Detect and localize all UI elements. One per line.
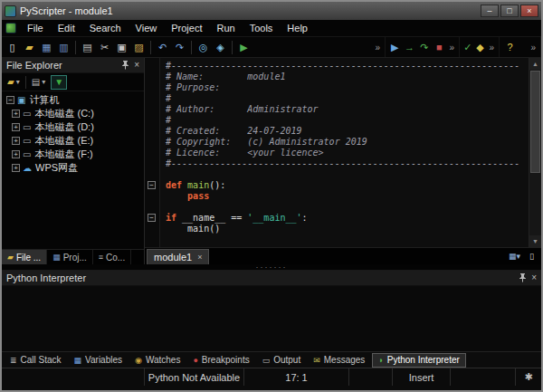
menu-file[interactable]: File xyxy=(20,20,51,37)
code-fold-icon[interactable]: − xyxy=(148,214,156,222)
tree-item[interactable]: +▭本地磁盘 (E:) xyxy=(2,134,144,148)
scrollbar-track[interactable] xyxy=(529,70,541,235)
explorer-tab-co[interactable]: ≡Co... xyxy=(93,250,131,264)
expand-icon[interactable]: + xyxy=(12,137,20,145)
run-icon[interactable]: ▶ xyxy=(235,39,252,55)
close-button[interactable]: × xyxy=(520,5,538,17)
dock-tab-messages[interactable]: ✉Messages xyxy=(308,353,370,368)
tree-item[interactable]: +▭本地磁盘 (D:) xyxy=(2,120,144,134)
tab-module1[interactable]: module1 × xyxy=(147,249,209,264)
toolbar-separator xyxy=(232,41,233,54)
toolbar-overflow-chevron[interactable]: » xyxy=(372,43,383,53)
code-token: main() xyxy=(166,224,220,234)
tab-close-icon[interactable]: × xyxy=(197,253,202,262)
collapse-icon[interactable]: − xyxy=(6,96,14,104)
project-explorer-tab-icon: ▦ xyxy=(52,253,61,262)
menu-tools[interactable]: Tools xyxy=(243,20,281,37)
menu-help[interactable]: Help xyxy=(280,20,315,37)
new-file-icon[interactable]: ▯ xyxy=(4,39,21,55)
tree-item-label: 计算机 xyxy=(29,93,59,107)
dock-tab-call-stack[interactable]: ≣Call Stack xyxy=(5,353,67,368)
pin-icon[interactable] xyxy=(519,273,527,282)
redo-icon[interactable]: ↷ xyxy=(171,39,188,55)
info-icon[interactable]: ◆ xyxy=(474,39,487,55)
filter-button[interactable]: ▼ xyxy=(51,75,67,90)
replace-icon[interactable]: ◈ xyxy=(212,39,229,55)
toolbar-overflow-chevron[interactable]: » xyxy=(446,43,457,53)
tree-item[interactable]: +▭本地磁盘 (F:) xyxy=(2,148,144,161)
explorer-tab-proj[interactable]: ▦Proj... xyxy=(47,250,93,264)
undo-icon[interactable]: ↶ xyxy=(154,39,171,55)
scroll-down-icon[interactable]: ▼ xyxy=(529,235,541,247)
drive-icon: ▭ xyxy=(23,136,31,146)
explorer-tab-label: Proj... xyxy=(63,253,87,263)
maximize-button[interactable]: □ xyxy=(500,5,519,17)
copy-icon[interactable]: ▣ xyxy=(113,39,130,55)
python-interpreter-icon: ◗ xyxy=(378,356,383,365)
code-fold-icon[interactable]: − xyxy=(148,181,156,189)
tree-item[interactable]: −▣计算机 xyxy=(2,93,144,107)
toolbar-overflow-chevron[interactable]: » xyxy=(486,43,497,53)
pin-icon[interactable] xyxy=(121,61,129,70)
save-all-icon[interactable]: ▥ xyxy=(55,39,72,55)
menu-run[interactable]: Run xyxy=(209,20,242,37)
interpreter-console[interactable] xyxy=(2,286,541,351)
expand-icon[interactable]: + xyxy=(12,164,20,172)
step-into-icon[interactable]: → xyxy=(402,39,416,55)
dock-tab-output[interactable]: ▭Output xyxy=(257,353,307,368)
breakpoints-icon: ● xyxy=(193,356,197,365)
scrollbar-thumb[interactable] xyxy=(530,71,540,173)
code-line: pass xyxy=(166,191,529,202)
editor-gutter[interactable]: −− xyxy=(145,58,160,247)
close-panel-icon[interactable]: × xyxy=(531,273,537,282)
save-file-icon[interactable]: ▦ xyxy=(38,39,55,55)
step-over-icon[interactable]: ↷ xyxy=(417,39,432,55)
dock-tab-watches[interactable]: ◉Watches xyxy=(129,353,186,368)
help-icon[interactable]: ? xyxy=(501,39,519,55)
folder-select-button[interactable]: ▰▾ xyxy=(5,75,23,90)
cut-icon[interactable]: ✂ xyxy=(96,39,113,55)
expand-icon[interactable]: + xyxy=(12,110,20,118)
dock-tab-python-interpreter[interactable]: ◗Python Interpreter xyxy=(372,353,465,368)
file-explorer-header: File Explorer × xyxy=(2,58,144,73)
menu-view[interactable]: View xyxy=(129,20,165,37)
close-panel-icon[interactable]: × xyxy=(134,61,139,70)
menu-search[interactable]: Search xyxy=(82,20,129,37)
explorer-tab-file[interactable]: ▰File ... xyxy=(2,250,47,264)
tree-item[interactable]: +▭本地磁盘 (C:) xyxy=(2,107,144,120)
expand-icon[interactable]: + xyxy=(12,150,20,158)
open-file-icon[interactable]: ▰ xyxy=(21,39,38,55)
toolbar-overflow-chevron[interactable]: » xyxy=(528,43,538,53)
chevron-down-icon: ▾ xyxy=(16,78,20,86)
stop-icon[interactable]: ■ xyxy=(432,39,446,55)
chevron-down-icon: ▾ xyxy=(42,78,45,86)
editor-area: −− #------------------------------------… xyxy=(145,58,541,264)
editor-vertical-scrollbar[interactable]: ▲ ▼ xyxy=(529,58,541,247)
syntax-check-icon[interactable]: ✓ xyxy=(462,39,474,55)
menu-project[interactable]: Project xyxy=(164,20,209,37)
scroll-up-icon[interactable]: ▲ xyxy=(529,58,541,70)
find-icon[interactable]: ◎ xyxy=(195,39,212,55)
menu-edit[interactable]: Edit xyxy=(51,20,82,37)
new-module-button-icon[interactable]: ▯ xyxy=(529,248,534,264)
editor-list-dropdown-icon[interactable]: ▦▾ xyxy=(509,248,520,264)
code-token: # Author: Administrator xyxy=(166,104,319,114)
title-bar[interactable]: PyScripter - module1 – □ × xyxy=(2,2,541,20)
debug-icon[interactable]: ▶ xyxy=(387,39,402,55)
minimize-button[interactable]: – xyxy=(481,5,499,17)
code-token: # Created: 24-07-2019 xyxy=(166,126,302,136)
expand-icon[interactable]: + xyxy=(12,123,20,131)
tree-item[interactable]: +☁WPS网盘 xyxy=(2,161,144,175)
view-options-button[interactable]: ▤▾ xyxy=(29,75,48,90)
paste-icon[interactable]: ▨ xyxy=(130,39,148,55)
dock-tab-label: Call Stack xyxy=(21,355,62,365)
gear-icon[interactable]: ✱ xyxy=(516,368,541,386)
code-line: #---------------------------------------… xyxy=(166,158,529,169)
code-editor[interactable]: #---------------------------------------… xyxy=(160,58,529,247)
insert-mode: Insert xyxy=(393,368,451,386)
print-icon[interactable]: ▤ xyxy=(79,39,96,55)
window-resize-strip xyxy=(2,386,541,390)
dock-tab-breakpoints[interactable]: ●Breakpoints xyxy=(187,353,254,368)
python-interpreter-title: Python Interpreter xyxy=(6,272,519,283)
dock-tab-variables[interactable]: ▦Variables xyxy=(69,353,128,368)
